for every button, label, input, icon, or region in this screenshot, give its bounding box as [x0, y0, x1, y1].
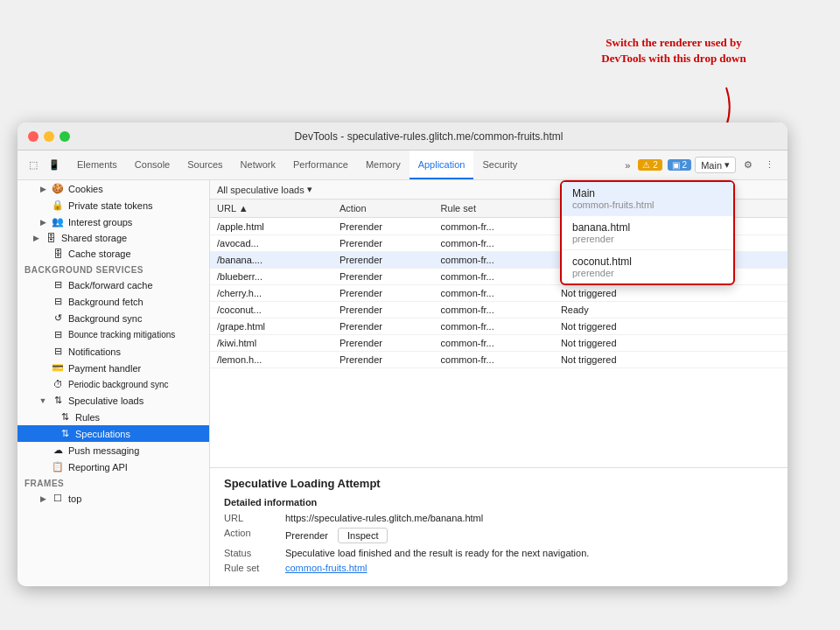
- info-badge: ▣ 2: [668, 159, 691, 171]
- tab-performance[interactable]: Performance: [284, 150, 357, 179]
- cell-url: /lemon.h...: [210, 352, 332, 368]
- bg-services-group: Background services: [18, 262, 209, 276]
- renderer-option-main[interactable]: Main common-fruits.html: [562, 182, 733, 216]
- tab-memory[interactable]: Memory: [357, 150, 410, 179]
- notif-label: Notifications: [68, 346, 121, 357]
- sidebar-item-push[interactable]: ☁ Push messaging: [18, 442, 209, 458]
- renderer-dropdown[interactable]: Main ▾: [695, 157, 736, 173]
- sidebar-item-interest-groups[interactable]: ▶ 👥 Interest groups: [18, 214, 209, 230]
- device-icon[interactable]: 📱: [44, 158, 65, 172]
- cookies-icon: 🍪: [52, 183, 64, 194]
- shared-icon: 🗄: [45, 233, 57, 243]
- sidebar-item-periodic[interactable]: ⏱ Periodic background sync: [18, 376, 209, 392]
- sidebar-item-rules[interactable]: ⇅ Rules: [18, 409, 209, 425]
- private-icon: 🔒: [52, 200, 64, 211]
- detail-row-ruleset: Rule set common-fruits.html: [224, 563, 774, 573]
- interest-label: Interest groups: [68, 217, 132, 228]
- filter-dropdown[interactable]: All speculative loads ▾: [217, 184, 312, 195]
- inspect-button[interactable]: Inspect: [338, 528, 388, 543]
- table-row[interactable]: /cherry.h... Prerender common-fr... Not …: [210, 285, 788, 302]
- prerender-value: Prerender: [285, 530, 328, 541]
- table-row[interactable]: /coconut... Prerender common-fr... Ready: [210, 302, 788, 318]
- close-button[interactable]: [28, 131, 38, 142]
- cell-action: Prerender: [332, 318, 434, 335]
- shared-label: Shared storage: [61, 233, 127, 243]
- renderer-option-banana[interactable]: banana.html prerender: [562, 216, 733, 250]
- bgfetch-label: Background fetch: [68, 297, 144, 307]
- sidebar-item-cookies[interactable]: ▶ 🍪 Cookies: [18, 180, 209, 197]
- top-label: top: [68, 494, 81, 504]
- cell-url: /avocad...: [210, 235, 332, 252]
- push-icon: ☁: [52, 444, 64, 456]
- cell-url: /blueberr...: [210, 269, 332, 285]
- sidebar-item-bounce[interactable]: ⊟ Bounce tracking mitigations: [18, 326, 209, 343]
- cell-ruleset: common-fr...: [434, 269, 554, 285]
- warning-badge: ⚠ 2: [638, 159, 662, 171]
- sidebar-item-notifications[interactable]: ⊟ Notifications: [18, 343, 209, 360]
- col-ruleset[interactable]: Rule set: [434, 200, 554, 218]
- tab-right-controls: » ⚠ 2 ▣ 2 Main ▾ ⚙ ⋮: [620, 150, 784, 179]
- sidebar-item-payment[interactable]: 💳 Payment handler: [18, 360, 209, 376]
- tab-security[interactable]: Security: [473, 150, 526, 179]
- detail-ruleset-value[interactable]: common-fruits.html: [285, 563, 774, 573]
- bounce-label: Bounce tracking mitigations: [68, 330, 175, 340]
- sidebar-item-private-state[interactable]: 🔒 Private state tokens: [18, 197, 209, 214]
- overflow-tabs-btn[interactable]: »: [620, 158, 634, 172]
- renderer-main-sub: common-fruits.html: [572, 200, 723, 210]
- sidebar-item-reporting[interactable]: 📋 Reporting API: [18, 458, 209, 475]
- col-url[interactable]: URL ▲: [210, 200, 332, 218]
- reporting-label: Reporting API: [68, 462, 128, 472]
- table-row[interactable]: /kiwi.html Prerender common-fr... Not tr…: [210, 335, 788, 352]
- sidebar-item-shared-storage[interactable]: ▶ 🗄 Shared storage: [18, 230, 209, 246]
- spec-icon: ⇅: [52, 395, 64, 406]
- shared-toggle: ▶: [32, 234, 40, 242]
- rules-label: Rules: [75, 412, 100, 423]
- cell-ruleset: common-fr...: [434, 235, 554, 252]
- sidebar-item-speculative-loads[interactable]: ▼ ⇅ Speculative loads: [18, 392, 209, 409]
- detail-action-value: Prerender Inspect: [285, 528, 774, 543]
- window-title: DevTools - speculative-rules.glitch.me/c…: [80, 130, 777, 143]
- renderer-coconut-sub: prerender: [572, 268, 723, 278]
- detail-subtitle: Detailed information: [224, 497, 774, 508]
- col-action[interactable]: Action: [332, 200, 434, 218]
- more-icon[interactable]: ⋮: [760, 158, 779, 172]
- cache-label: Cache storage: [68, 248, 131, 259]
- gear-icon[interactable]: ⚙: [739, 158, 757, 172]
- cell-url: /grape.html: [210, 318, 332, 335]
- tab-sources[interactable]: Sources: [178, 150, 231, 179]
- tab-network[interactable]: Network: [232, 150, 284, 179]
- periodic-icon: ⏱: [52, 379, 64, 389]
- cookies-label: Cookies: [68, 184, 103, 194]
- detail-row-status: Status Speculative load finished and the…: [224, 548, 774, 558]
- sidebar-item-back-forward[interactable]: ⊟ Back/forward cache: [18, 276, 209, 293]
- sidebar-item-top[interactable]: ▶ ☐ top: [18, 490, 209, 507]
- sidebar-item-bg-sync[interactable]: ↺ Background sync: [18, 310, 209, 326]
- bgsync-label: Background sync: [68, 313, 142, 324]
- tab-application[interactable]: Application: [410, 150, 474, 179]
- cell-action: Prerender: [332, 285, 434, 302]
- spec-toggle: ▼: [38, 396, 47, 405]
- bf-label: Back/forward cache: [68, 280, 153, 290]
- cell-action: Prerender: [332, 235, 434, 252]
- filter-label-text: All speculative loads: [217, 185, 304, 195]
- inspect-icon[interactable]: ⬚: [24, 158, 42, 172]
- cell-ruleset: common-fr...: [434, 318, 554, 335]
- maximize-button[interactable]: [60, 131, 70, 142]
- detail-panel: Speculative Loading Attempt Detailed inf…: [210, 467, 788, 586]
- cell-status: Not triggered: [554, 352, 788, 368]
- renderer-main-title: Main: [572, 187, 723, 200]
- cell-url: /apple.html: [210, 218, 332, 235]
- table-row[interactable]: /lemon.h... Prerender common-fr... Not t…: [210, 352, 788, 368]
- sidebar-item-cache-storage[interactable]: 🗄 Cache storage: [18, 246, 209, 262]
- minimize-button[interactable]: [44, 131, 54, 142]
- detail-status-value: Speculative load finished and the result…: [285, 548, 774, 558]
- bf-icon: ⊟: [52, 279, 64, 290]
- table-row[interactable]: /grape.html Prerender common-fr... Not t…: [210, 318, 788, 335]
- renderer-option-coconut[interactable]: coconut.html prerender: [562, 250, 733, 284]
- cell-status: Ready: [554, 302, 788, 318]
- tab-elements[interactable]: Elements: [68, 150, 126, 179]
- sidebar-item-speculations[interactable]: ⇅ Speculations: [18, 425, 209, 442]
- interest-icon: 👥: [52, 216, 64, 228]
- tab-console[interactable]: Console: [126, 150, 178, 179]
- sidebar-item-bg-fetch[interactable]: ⊟ Background fetch: [18, 293, 209, 310]
